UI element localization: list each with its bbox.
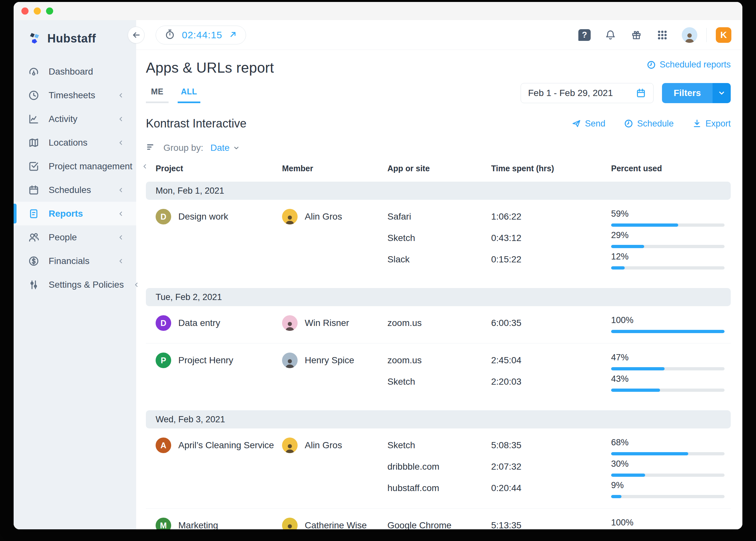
sidebar-item-label: Dashboard: [49, 67, 125, 77]
export-download-icon: [692, 119, 701, 128]
date-range-picker[interactable]: Feb 1 - Feb 29, 2021: [521, 83, 653, 103]
percent-used-cell: 43%: [611, 374, 731, 392]
percent-bar-fill: [611, 495, 622, 498]
sidebar-item-financials[interactable]: Financials: [14, 249, 136, 273]
percent-bar-fill: [611, 245, 644, 248]
date-group-rows: AApril’s Cleaning ServiceAlin GrosSketch…: [146, 428, 731, 529]
chevron-left-icon: [118, 210, 125, 217]
app-usage-line: Google Chrome5:13:35100%: [387, 518, 731, 529]
schedule-button[interactable]: Schedule: [624, 119, 674, 129]
sidebar-item-settings-policies[interactable]: Settings & Policies: [14, 273, 136, 296]
sidebar-item-label: Project management: [49, 161, 132, 172]
schedules-icon: [28, 184, 40, 196]
date-group-label: Wed, Feb 3, 2021: [155, 414, 225, 424]
sidebar-item-label: People: [49, 232, 108, 243]
sidebar-item-people[interactable]: People: [14, 226, 136, 249]
percent-used-label: 47%: [611, 352, 731, 363]
timer-widget[interactable]: 02:44:15: [155, 26, 246, 44]
send-button[interactable]: Send: [572, 119, 605, 129]
sidebar-item-project-management[interactable]: Project management: [14, 154, 136, 178]
stopwatch-icon: [164, 29, 175, 41]
member-cell: Alin Gros: [282, 209, 387, 225]
tab-all[interactable]: ALL: [178, 82, 200, 103]
scope-tabs: ME ALL: [146, 82, 209, 103]
group-by-selector[interactable]: Date: [210, 143, 240, 153]
sidebar-item-label: Timesheets: [49, 90, 108, 101]
project-name: Design work: [178, 212, 228, 222]
col-percent-used: Percent used: [611, 164, 731, 173]
chevron-left-icon: [133, 281, 140, 288]
app-usage-line: zoom.us2:45:0447%: [387, 352, 731, 374]
project-cell: AApril’s Cleaning Service: [155, 437, 282, 453]
minimize-window-button[interactable]: [34, 7, 41, 15]
org-row: Kontrast Interactive Send Schedule Ex: [146, 117, 731, 130]
app-usage-line: Sketch2:20:0343%: [387, 374, 731, 395]
back-button[interactable]: [128, 27, 144, 43]
col-app-or-site: App or site: [387, 164, 491, 173]
date-group-header: Mon, Feb 1, 2021: [146, 182, 731, 200]
schedule-label: Schedule: [637, 119, 674, 129]
filter-controls: Feb 1 - Feb 29, 2021 Filters: [521, 83, 731, 103]
apps-menu-button[interactable]: [656, 29, 669, 42]
open-timer-icon[interactable]: [229, 30, 237, 40]
app-name: dribbble.com: [387, 459, 491, 472]
chevron-left-icon: [118, 234, 125, 241]
financials-icon: [28, 255, 40, 267]
close-window-button[interactable]: [21, 7, 29, 15]
timer-value: 02:44:15: [182, 30, 222, 41]
percent-used-cell: 29%: [611, 230, 731, 248]
project-cell: PProject Henry: [155, 352, 282, 368]
project-name: Data entry: [178, 318, 220, 328]
apps-cell: Sketch5:08:3568%dribbble.com2:07:3230%hu…: [387, 437, 731, 502]
percent-bar-fill: [611, 330, 725, 333]
sidebar-item-schedules[interactable]: Schedules: [14, 178, 136, 202]
report-actions: Send Schedule Export: [572, 119, 731, 129]
col-time-spent: Time spent (hrs): [491, 164, 611, 173]
organization-badge[interactable]: K: [716, 27, 731, 43]
sidebar-item-timesheets[interactable]: Timesheets: [14, 83, 136, 107]
app-name: Slack: [387, 252, 491, 265]
time-spent-value: 1:06:22: [491, 209, 611, 222]
activity-icon: [28, 113, 40, 125]
person-icon: [684, 31, 695, 43]
percent-used-label: 30%: [611, 459, 731, 469]
chevron-left-icon: [118, 92, 125, 99]
percent-bar-fill: [611, 452, 688, 455]
date-group-rows: DData entryWin Risnerzoom.us6:00:35100%P…: [146, 306, 731, 402]
scheduled-reports-link[interactable]: Scheduled reports: [647, 60, 731, 70]
apps-cell: zoom.us6:00:35100%: [387, 315, 731, 337]
help-button[interactable]: ?: [578, 29, 591, 42]
user-avatar[interactable]: [682, 27, 697, 43]
window-titlebar: [14, 2, 742, 20]
sidebar-item-activity[interactable]: Activity: [14, 107, 136, 131]
back-arrow-icon: [131, 31, 141, 40]
send-label: Send: [585, 119, 605, 129]
member-avatar: [282, 315, 298, 331]
clock-icon: [647, 60, 656, 69]
group-by-row: Group by: Date: [146, 141, 731, 154]
whats-new-button[interactable]: [630, 29, 643, 42]
notifications-button[interactable]: [604, 29, 617, 42]
percent-bar-fill: [611, 473, 645, 477]
schedule-clock-icon: [624, 119, 633, 128]
sidebar-item-reports[interactable]: Reports: [14, 202, 136, 226]
percent-used-cell: 100%: [611, 518, 731, 529]
percent-used-cell: 47%: [611, 352, 731, 370]
percent-used-label: 29%: [611, 230, 731, 240]
sidebar-item-locations[interactable]: Locations: [14, 131, 136, 154]
percent-used-cell: 68%: [611, 437, 731, 455]
timesheets-icon: [28, 90, 40, 101]
chevron-left-icon: [118, 258, 125, 265]
report-table: Project Member App or site Time spent (h…: [146, 164, 731, 529]
filters-button[interactable]: Filters: [662, 83, 713, 103]
time-spent-value: 6:00:35: [491, 315, 611, 328]
export-button[interactable]: Export: [692, 119, 731, 129]
filters-dropdown-button[interactable]: [713, 83, 731, 103]
project-name: Project Henry: [178, 355, 233, 365]
member-avatar: [282, 209, 298, 225]
hubstaff-logo[interactable]: Hubstaff: [14, 20, 136, 46]
sidebar-item-dashboard[interactable]: Dashboard: [14, 60, 136, 83]
time-spent-value: 2:07:32: [491, 459, 611, 472]
tab-me[interactable]: ME: [146, 82, 168, 103]
zoom-window-button[interactable]: [46, 7, 53, 15]
